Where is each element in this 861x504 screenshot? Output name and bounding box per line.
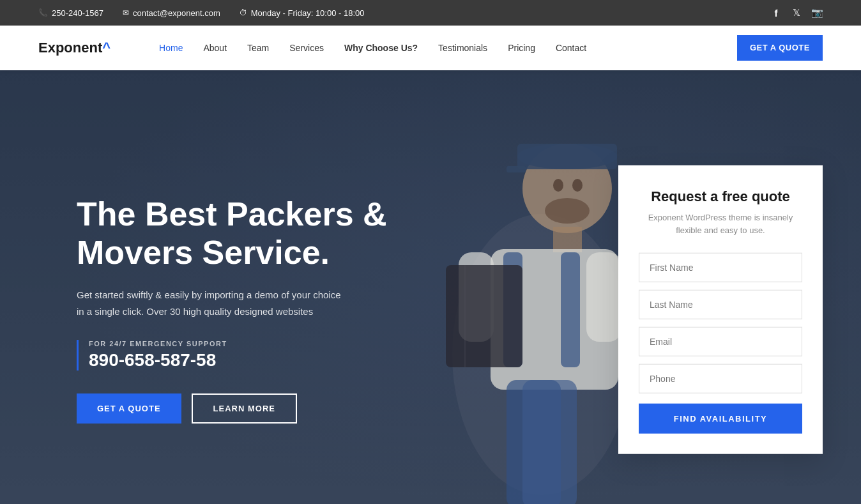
top-bar-contact: 📞 250-240-1567 ✉ contact@exponent.com ⏱ … (38, 8, 770, 18)
top-bar: 📞 250-240-1567 ✉ contact@exponent.com ⏱ … (0, 0, 861, 26)
nav-cta-button[interactable]: GET A QUOTE (737, 35, 823, 61)
nav-item-why[interactable]: Why Choose Us? (334, 38, 428, 58)
twitter-icon[interactable]: 𝕏 (791, 7, 802, 19)
svg-rect-13 (586, 252, 621, 342)
nav-item-contact[interactable]: Contact (545, 38, 597, 58)
nav-item-home[interactable]: Home (149, 38, 193, 58)
mail-icon: ✉ (123, 8, 129, 17)
nav-link-testimonials[interactable]: Testimonials (428, 38, 498, 58)
hero-buttons: GET A QUOTE LEARN MORE (77, 393, 396, 424)
learn-more-button[interactable]: LEARN MORE (192, 393, 297, 424)
nav-item-testimonials[interactable]: Testimonials (428, 38, 498, 58)
svg-point-6 (572, 179, 583, 192)
phone-icon: 📞 (38, 8, 48, 17)
wave-decoration (0, 498, 861, 504)
emergency-block: FOR 24/7 EMERGENCY SUPPORT 890-658-587-5… (77, 340, 396, 370)
business-hours: Monday - Friday: 10:00 - 18:00 (251, 8, 365, 18)
svg-point-7 (545, 198, 590, 224)
nav-item-pricing[interactable]: Pricing (498, 38, 545, 58)
quote-form-subtitle: Exponent WordPress theme is insanely fle… (639, 211, 802, 238)
hero-title: The Best Packers & Movers Service. (77, 195, 396, 272)
get-quote-button[interactable]: GET A QUOTE (77, 393, 181, 424)
svg-rect-8 (553, 227, 582, 252)
nav-item-about[interactable]: About (193, 38, 237, 58)
nav-item-team[interactable]: Team (237, 38, 279, 58)
hours-item: ⏱ Monday - Friday: 10:00 - 18:00 (240, 8, 365, 18)
emergency-label: FOR 24/7 EMERGENCY SUPPORT (89, 340, 396, 347)
svg-rect-11 (561, 252, 580, 367)
quote-form: Request a free quote Exponent WordPress … (618, 165, 823, 454)
clock-icon: ⏱ (240, 8, 247, 17)
nav-link-contact[interactable]: Contact (545, 38, 597, 58)
svg-rect-17 (522, 380, 577, 505)
phone-input[interactable] (639, 364, 802, 393)
svg-rect-14 (446, 265, 522, 367)
phone-number: 250-240-1567 (52, 8, 103, 18)
hero-description: Get started swiftly & easily by importin… (77, 287, 345, 319)
social-links: f 𝕏 📷 (770, 7, 823, 19)
first-name-input[interactable] (639, 253, 802, 282)
facebook-icon[interactable]: f (770, 7, 782, 19)
nav-links: Home About Team Services Why Choose Us? … (149, 38, 724, 58)
last-name-input[interactable] (639, 290, 802, 319)
nav-link-why[interactable]: Why Choose Us? (334, 38, 428, 58)
svg-rect-4 (507, 166, 526, 172)
logo[interactable]: Exponent^ (38, 40, 110, 56)
quote-form-title: Request a free quote (639, 188, 802, 204)
find-availability-button[interactable]: FIND AVAILABILITY (639, 404, 802, 434)
nav-link-home[interactable]: Home (149, 38, 193, 58)
logo-mark: ^ (102, 40, 110, 56)
nav-link-services[interactable]: Services (279, 38, 334, 58)
email-input[interactable] (639, 327, 802, 356)
hero-content: The Best Packers & Movers Service. Get s… (0, 195, 396, 424)
svg-point-5 (553, 179, 563, 192)
email-item: ✉ contact@exponent.com (123, 8, 220, 18)
emergency-number: 890-658-587-58 (89, 350, 396, 370)
nav-item-services[interactable]: Services (279, 38, 334, 58)
nav-link-team[interactable]: Team (237, 38, 279, 58)
instagram-icon[interactable]: 📷 (811, 7, 823, 19)
nav-link-about[interactable]: About (193, 38, 237, 58)
navbar: Exponent^ Home About Team Services Why C… (0, 26, 861, 70)
phone-item: 📞 250-240-1567 (38, 8, 103, 18)
email-address: contact@exponent.com (133, 8, 220, 18)
hero-section: The Best Packers & Movers Service. Get s… (0, 70, 861, 504)
svg-rect-3 (517, 144, 617, 169)
nav-link-pricing[interactable]: Pricing (498, 38, 545, 58)
